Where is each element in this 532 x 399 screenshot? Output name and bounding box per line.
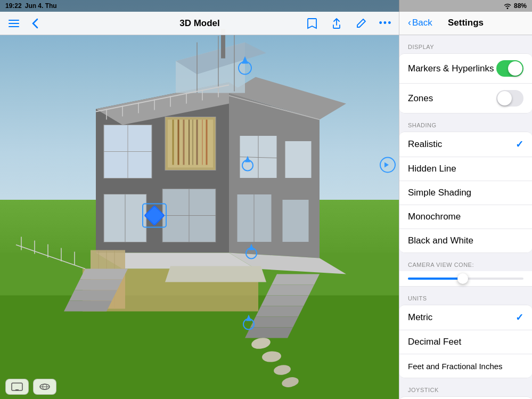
status-bar: 19:22 Jun 4. Thu 88% xyxy=(0,0,532,12)
back-label: Back xyxy=(412,18,432,28)
decimal-feet-label: Decimal Feet xyxy=(408,337,461,347)
zones-label: Zones xyxy=(408,93,433,104)
more-options-button[interactable]: ••• xyxy=(377,15,394,32)
back-chevron-icon: ‹ xyxy=(408,17,411,28)
decimal-feet-row[interactable]: Decimal Feet xyxy=(399,330,532,354)
zones-toggle-thumb xyxy=(497,91,512,105)
svg-marker-62 xyxy=(266,285,314,296)
svg-marker-67 xyxy=(165,266,266,282)
hidden-line-label: Hidden Line xyxy=(408,164,456,174)
monochrome-row[interactable]: Monochrome xyxy=(399,205,532,229)
camera-slider-thumb[interactable] xyxy=(457,273,468,284)
realistic-label: Realistic xyxy=(408,139,442,150)
svg-rect-41 xyxy=(282,200,309,242)
building-3d-model xyxy=(0,0,399,399)
share-button[interactable] xyxy=(328,15,345,32)
zones-toggle[interactable] xyxy=(496,90,523,107)
joystick-section-header: JOYSTICK xyxy=(399,378,532,396)
page-title: 3D Model xyxy=(179,18,220,29)
hidden-line-row[interactable]: Hidden Line xyxy=(399,157,532,181)
wifi-icon xyxy=(503,3,512,9)
fractional-inches-label: Feet and Fractional Inches xyxy=(408,362,503,371)
camera-slider-fill xyxy=(408,278,460,280)
fractional-inches-row[interactable]: Feet and Fractional Inches xyxy=(399,354,532,378)
time: 19:22 xyxy=(5,2,22,10)
hamburger-menu-button[interactable] xyxy=(5,15,22,32)
monochrome-label: Monochrome xyxy=(408,211,461,222)
svg-rect-94 xyxy=(12,383,22,390)
black-white-row[interactable]: Black and White xyxy=(399,229,532,253)
display-section-header: DISPLAY xyxy=(399,35,532,53)
markers-label: Markers & Hyperlinks xyxy=(408,63,494,74)
svg-rect-92 xyxy=(9,23,19,24)
toolbar-right-controls: ••• xyxy=(304,15,394,32)
zones-row[interactable]: Zones xyxy=(399,84,532,113)
pencil-button[interactable] xyxy=(353,15,370,32)
settings-panel: ‹ Back Settings DISPLAY Markers & Hyperl… xyxy=(399,0,532,399)
svg-marker-57 xyxy=(80,269,128,280)
status-bar-left: 19:22 Jun 4. Thu xyxy=(5,2,57,10)
viewport xyxy=(0,0,399,399)
settings-title: Settings xyxy=(448,18,484,28)
svg-marker-65 xyxy=(250,317,298,328)
simple-shading-row[interactable]: Simple Shading xyxy=(399,181,532,205)
svg-marker-90 xyxy=(384,162,389,168)
day: Jun 4. Thu xyxy=(25,2,57,10)
camera-view-cone-header: CAMERA VIEW CONE: xyxy=(399,253,532,271)
markers-toggle[interactable] xyxy=(496,60,523,77)
units-settings-group: Metric ✓ Decimal Feet Feet and Fractiona… xyxy=(399,305,532,378)
units-section-header: UNITS xyxy=(399,287,532,305)
svg-marker-66 xyxy=(245,328,293,338)
bookmark-button[interactable] xyxy=(304,15,321,32)
svg-marker-64 xyxy=(256,306,304,317)
shading-settings-group: Realistic ✓ Hidden Line Simple Shading M… xyxy=(399,132,532,253)
svg-rect-33 xyxy=(285,141,312,178)
svg-marker-63 xyxy=(261,296,309,306)
svg-marker-61 xyxy=(272,274,320,285)
settings-back-button[interactable]: ‹ Back xyxy=(408,17,432,28)
top-toolbar: 3D Model ••• xyxy=(0,12,399,35)
markers-toggle-thumb xyxy=(508,61,522,76)
joystick-settings-group: Left-handed xyxy=(399,396,532,399)
camera-slider-track[interactable] xyxy=(408,278,523,280)
bottom-toolbar xyxy=(5,379,56,395)
metric-row[interactable]: Metric ✓ xyxy=(399,305,532,330)
simple-shading-label: Simple Shading xyxy=(408,188,471,198)
screen-view-button[interactable] xyxy=(5,379,29,395)
layout-view-button[interactable] xyxy=(33,379,56,395)
svg-marker-60 xyxy=(64,301,112,312)
left-handed-row[interactable]: Left-handed xyxy=(399,397,532,399)
metric-label: Metric xyxy=(408,312,432,323)
realistic-row[interactable]: Realistic ✓ xyxy=(399,132,532,157)
metric-checkmark: ✓ xyxy=(515,312,523,323)
markers-hyperlinks-row[interactable]: Markers & Hyperlinks xyxy=(399,54,532,84)
svg-marker-58 xyxy=(75,280,122,290)
svg-marker-59 xyxy=(69,290,117,301)
shading-section-header: SHADING xyxy=(399,113,532,132)
svg-rect-95 xyxy=(15,389,19,390)
status-bar-right: 88% xyxy=(503,2,527,10)
battery-level: 88% xyxy=(514,2,527,10)
realistic-checkmark: ✓ xyxy=(515,139,523,150)
svg-rect-93 xyxy=(9,26,19,27)
toolbar-left-controls xyxy=(5,15,44,32)
black-white-label: Black and White xyxy=(408,235,473,246)
display-settings-group: Markers & Hyperlinks Zones xyxy=(399,53,532,113)
back-button[interactable] xyxy=(27,15,44,32)
svg-rect-91 xyxy=(9,20,19,21)
camera-slider-container xyxy=(399,271,532,287)
